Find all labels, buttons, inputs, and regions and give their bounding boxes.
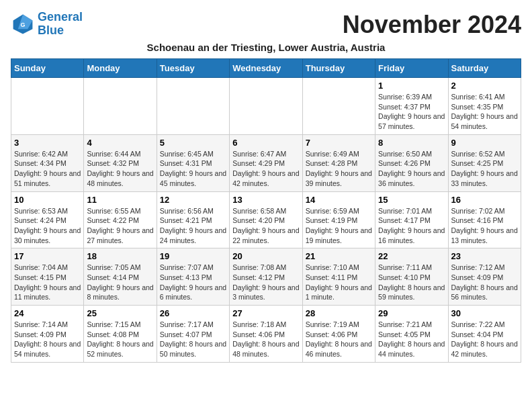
calendar-cell: 20Sunrise: 7:08 AM Sunset: 4:12 PM Dayli… [230, 248, 302, 306]
day-number: 6 [232, 138, 299, 148]
day-number: 2 [451, 81, 518, 91]
subtitle: Schoenau an der Triesting, Lower Austria… [11, 42, 521, 53]
day-info: Sunrise: 6:52 AM Sunset: 4:25 PM Dayligh… [451, 149, 518, 189]
day-number: 24 [14, 308, 81, 318]
calendar-cell: 7Sunrise: 6:49 AM Sunset: 4:28 PM Daylig… [302, 134, 375, 191]
day-info: Sunrise: 7:18 AM Sunset: 4:06 PM Dayligh… [232, 320, 299, 359]
calendar-cell [230, 78, 302, 135]
calendar-cell: 24Sunrise: 7:14 AM Sunset: 4:09 PM Dayli… [11, 306, 84, 363]
calendar-week-row: 17Sunrise: 7:04 AM Sunset: 4:15 PM Dayli… [11, 248, 521, 306]
day-number: 21 [306, 251, 372, 261]
calendar-cell: 25Sunrise: 7:15 AM Sunset: 4:08 PM Dayli… [84, 306, 157, 363]
day-info: Sunrise: 6:53 AM Sunset: 4:24 PM Dayligh… [14, 206, 81, 246]
day-info: Sunrise: 6:55 AM Sunset: 4:22 PM Dayligh… [87, 206, 153, 246]
day-number: 20 [232, 251, 299, 261]
day-number: 23 [451, 251, 518, 261]
calendar-cell: 10Sunrise: 6:53 AM Sunset: 4:24 PM Dayli… [11, 191, 84, 248]
day-info: Sunrise: 6:49 AM Sunset: 4:28 PM Dayligh… [306, 149, 372, 189]
svg-text:G: G [20, 21, 25, 28]
day-number: 29 [378, 308, 445, 318]
calendar-cell: 26Sunrise: 7:17 AM Sunset: 4:07 PM Dayli… [157, 306, 229, 363]
calendar-cell: 17Sunrise: 7:04 AM Sunset: 4:15 PM Dayli… [11, 248, 84, 306]
calendar-week-row: 24Sunrise: 7:14 AM Sunset: 4:09 PM Dayli… [11, 306, 521, 363]
day-info: Sunrise: 7:15 AM Sunset: 4:08 PM Dayligh… [87, 320, 153, 359]
calendar-cell: 11Sunrise: 6:55 AM Sunset: 4:22 PM Dayli… [84, 191, 157, 248]
calendar-cell: 15Sunrise: 7:01 AM Sunset: 4:17 PM Dayli… [375, 191, 448, 248]
day-number: 16 [451, 195, 518, 205]
weekday-header-cell: Saturday [448, 59, 521, 78]
day-number: 9 [451, 138, 518, 148]
day-number: 19 [160, 251, 226, 261]
calendar-cell [84, 78, 157, 135]
day-number: 27 [232, 308, 299, 318]
day-number: 12 [160, 195, 226, 205]
calendar-cell: 12Sunrise: 6:56 AM Sunset: 4:21 PM Dayli… [157, 191, 229, 248]
month-title: November 2024 [343, 11, 521, 39]
day-number: 22 [378, 251, 445, 261]
day-info: Sunrise: 6:59 AM Sunset: 4:19 PM Dayligh… [306, 206, 372, 246]
calendar-cell: 4Sunrise: 6:44 AM Sunset: 4:32 PM Daylig… [84, 134, 157, 191]
calendar-week-row: 1Sunrise: 6:39 AM Sunset: 4:37 PM Daylig… [11, 78, 521, 135]
calendar-cell [157, 78, 229, 135]
day-number: 25 [87, 308, 153, 318]
weekday-header-cell: Thursday [302, 59, 375, 78]
calendar-cell [302, 78, 375, 135]
day-info: Sunrise: 6:41 AM Sunset: 4:35 PM Dayligh… [451, 92, 518, 132]
day-info: Sunrise: 6:44 AM Sunset: 4:32 PM Dayligh… [87, 149, 153, 189]
day-info: Sunrise: 7:19 AM Sunset: 4:06 PM Dayligh… [306, 320, 372, 359]
weekday-header-cell: Tuesday [157, 59, 229, 78]
calendar-cell: 2Sunrise: 6:41 AM Sunset: 4:35 PM Daylig… [448, 78, 521, 135]
day-info: Sunrise: 7:17 AM Sunset: 4:07 PM Dayligh… [160, 320, 226, 359]
calendar-cell: 28Sunrise: 7:19 AM Sunset: 4:06 PM Dayli… [302, 306, 375, 363]
calendar-cell: 6Sunrise: 6:47 AM Sunset: 4:29 PM Daylig… [230, 134, 302, 191]
day-info: Sunrise: 6:47 AM Sunset: 4:29 PM Dayligh… [232, 149, 299, 189]
day-number: 26 [160, 308, 226, 318]
calendar-cell: 8Sunrise: 6:50 AM Sunset: 4:26 PM Daylig… [375, 134, 448, 191]
calendar-cell: 9Sunrise: 6:52 AM Sunset: 4:25 PM Daylig… [448, 134, 521, 191]
day-info: Sunrise: 6:42 AM Sunset: 4:34 PM Dayligh… [14, 149, 81, 189]
calendar-cell: 13Sunrise: 6:58 AM Sunset: 4:20 PM Dayli… [230, 191, 302, 248]
day-info: Sunrise: 6:50 AM Sunset: 4:26 PM Dayligh… [378, 149, 445, 189]
logo-icon: G [11, 12, 35, 36]
calendar-cell: 23Sunrise: 7:12 AM Sunset: 4:09 PM Dayli… [448, 248, 521, 306]
calendar-cell: 21Sunrise: 7:10 AM Sunset: 4:11 PM Dayli… [302, 248, 375, 306]
day-info: Sunrise: 7:07 AM Sunset: 4:13 PM Dayligh… [160, 263, 226, 302]
calendar-cell: 22Sunrise: 7:11 AM Sunset: 4:10 PM Dayli… [375, 248, 448, 306]
day-info: Sunrise: 6:45 AM Sunset: 4:31 PM Dayligh… [160, 149, 226, 189]
day-info: Sunrise: 7:11 AM Sunset: 4:10 PM Dayligh… [378, 263, 445, 302]
day-info: Sunrise: 6:39 AM Sunset: 4:37 PM Dayligh… [378, 92, 445, 132]
header: G General Blue November 2024 [11, 11, 521, 39]
day-info: Sunrise: 6:58 AM Sunset: 4:20 PM Dayligh… [232, 206, 299, 246]
day-number: 10 [14, 195, 81, 205]
calendar-cell: 19Sunrise: 7:07 AM Sunset: 4:13 PM Dayli… [157, 248, 229, 306]
day-info: Sunrise: 7:12 AM Sunset: 4:09 PM Dayligh… [451, 263, 518, 302]
calendar-table: SundayMondayTuesdayWednesdayThursdayFrid… [11, 58, 521, 363]
day-number: 11 [87, 195, 153, 205]
calendar-cell: 27Sunrise: 7:18 AM Sunset: 4:06 PM Dayli… [230, 306, 302, 363]
day-info: Sunrise: 7:21 AM Sunset: 4:05 PM Dayligh… [378, 320, 445, 359]
calendar-cell: 16Sunrise: 7:02 AM Sunset: 4:16 PM Dayli… [448, 191, 521, 248]
weekday-header-cell: Monday [84, 59, 157, 78]
day-number: 5 [160, 138, 226, 148]
day-info: Sunrise: 7:05 AM Sunset: 4:14 PM Dayligh… [87, 263, 153, 302]
day-number: 7 [306, 138, 372, 148]
calendar-week-row: 3Sunrise: 6:42 AM Sunset: 4:34 PM Daylig… [11, 134, 521, 191]
weekday-header-cell: Sunday [11, 59, 84, 78]
day-info: Sunrise: 7:10 AM Sunset: 4:11 PM Dayligh… [306, 263, 372, 302]
day-info: Sunrise: 7:02 AM Sunset: 4:16 PM Dayligh… [451, 206, 518, 246]
day-number: 1 [378, 81, 445, 91]
day-number: 14 [306, 195, 372, 205]
calendar-cell: 30Sunrise: 7:22 AM Sunset: 4:04 PM Dayli… [448, 306, 521, 363]
calendar-body: 1Sunrise: 6:39 AM Sunset: 4:37 PM Daylig… [11, 78, 521, 363]
day-number: 18 [87, 251, 153, 261]
calendar-cell: 3Sunrise: 6:42 AM Sunset: 4:34 PM Daylig… [11, 134, 84, 191]
day-number: 15 [378, 195, 445, 205]
day-info: Sunrise: 7:04 AM Sunset: 4:15 PM Dayligh… [14, 263, 81, 302]
weekday-header-cell: Wednesday [230, 59, 302, 78]
weekday-header-row: SundayMondayTuesdayWednesdayThursdayFrid… [11, 59, 521, 78]
logo: G General Blue [11, 11, 83, 38]
calendar-cell: 18Sunrise: 7:05 AM Sunset: 4:14 PM Dayli… [84, 248, 157, 306]
day-info: Sunrise: 7:08 AM Sunset: 4:12 PM Dayligh… [232, 263, 299, 302]
calendar-cell: 29Sunrise: 7:21 AM Sunset: 4:05 PM Dayli… [375, 306, 448, 363]
day-info: Sunrise: 7:14 AM Sunset: 4:09 PM Dayligh… [14, 320, 81, 359]
